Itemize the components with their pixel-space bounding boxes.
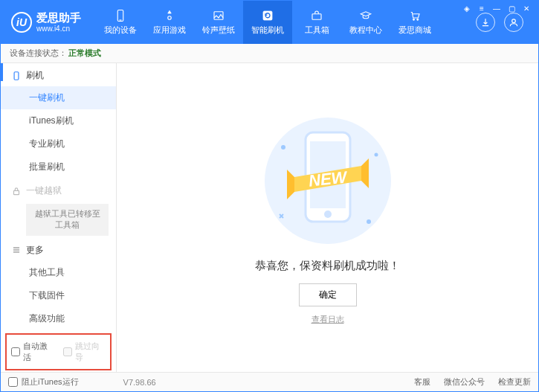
success-message: 恭喜您，保资料刷机成功啦！ — [255, 259, 400, 273]
sidebar-item-batch-flash[interactable]: 批量刷机 — [1, 155, 116, 179]
user-button[interactable] — [504, 13, 523, 32]
sidebar-item-other-tools[interactable]: 其他工具 — [1, 261, 116, 284]
nav-tutorials[interactable]: 教程中心 — [341, 1, 390, 44]
svg-rect-10 — [14, 190, 19, 194]
status-label: 设备连接状态： — [10, 48, 67, 59]
svg-point-6 — [413, 19, 414, 20]
menu-button[interactable]: ≡ — [474, 3, 489, 13]
svg-point-8 — [512, 19, 516, 23]
app-title: 爱思助手 — [36, 12, 81, 25]
svg-rect-0 — [117, 10, 123, 22]
minimize-button[interactable]: — — [489, 3, 504, 13]
nav-ringtones[interactable]: 铃声壁纸 — [194, 1, 243, 44]
toolbox-icon — [310, 9, 323, 22]
graduation-icon — [359, 9, 372, 22]
status-value: 正常模式 — [68, 48, 101, 59]
svg-rect-4 — [263, 11, 272, 20]
success-illustration: NEW — [254, 110, 402, 251]
lock-icon — [11, 186, 22, 196]
logo[interactable]: iU 爱思助手 www.i4.cn — [11, 12, 81, 33]
header-actions — [476, 13, 531, 32]
sidebar-section-flash[interactable]: 刷机 — [1, 63, 116, 86]
nav-apps-games[interactable]: 应用游戏 — [145, 1, 194, 44]
svg-point-21 — [367, 219, 371, 224]
main-content: NEW 恭喜您，保资料刷机成功啦！ 确定 查看日志 — [117, 63, 538, 372]
svg-rect-9 — [14, 71, 19, 80]
skip-wizard-checkbox[interactable]: 跳过向导 — [63, 341, 106, 363]
sidebar-item-pro-flash[interactable]: 专业刷机 — [1, 132, 116, 155]
svg-point-20 — [374, 153, 378, 157]
svg-point-19 — [281, 145, 285, 150]
svg-point-18 — [324, 211, 332, 218]
footer: 阻止iTunes运行 V7.98.66 客服 微信公众号 检查更新 — [1, 372, 538, 391]
cart-icon — [408, 9, 422, 22]
sidebar-item-itunes-flash[interactable]: iTunes刷机 — [1, 109, 116, 132]
view-log-link[interactable]: 查看日志 — [312, 314, 344, 325]
logo-mark-icon: iU — [11, 12, 32, 33]
nav-toolbox[interactable]: 工具箱 — [292, 1, 341, 44]
footer-link-wechat[interactable]: 微信公众号 — [444, 376, 485, 388]
sidebar-section-jailbreak: 一键越狱 — [1, 179, 116, 202]
sidebar-item-download-firmware[interactable]: 下载固件 — [1, 284, 116, 307]
auto-activate-checkbox[interactable]: 自动激活 — [11, 341, 54, 363]
nav-my-device[interactable]: 我的设备 — [96, 1, 145, 44]
version-label: V7.98.66 — [123, 378, 156, 387]
apps-icon — [163, 9, 176, 22]
maximize-button[interactable]: ▢ — [504, 3, 519, 13]
svg-point-2 — [168, 16, 172, 20]
top-nav: 我的设备 应用游戏 铃声壁纸 智能刷机 工具箱 教程中心 — [96, 1, 439, 44]
status-bar: 设备连接状态： 正常模式 — [1, 44, 538, 63]
window-controls: ◈ ≡ — ▢ ✕ — [459, 3, 534, 13]
phone-icon — [11, 71, 22, 81]
pin-button[interactable]: ◈ — [459, 3, 474, 13]
sidebar: 刷机 一键刷机 iTunes刷机 专业刷机 批量刷机 一键越狱 越狱工具已转移至… — [1, 63, 117, 372]
ok-button[interactable]: 确定 — [299, 283, 357, 306]
block-itunes-checkbox[interactable]: 阻止iTunes运行 — [8, 376, 79, 388]
svg-rect-5 — [312, 14, 321, 20]
nav-smart-flash[interactable]: 智能刷机 — [243, 1, 292, 44]
sidebar-section-more[interactable]: 更多 — [1, 238, 116, 261]
sidebar-jailbreak-notice: 越狱工具已转移至 工具箱 — [26, 204, 109, 236]
image-icon — [212, 9, 225, 22]
flash-options-highlight: 自动激活 跳过向导 — [5, 333, 112, 370]
sidebar-item-oneclick-flash[interactable]: 一键刷机 — [1, 86, 116, 109]
refresh-icon — [261, 9, 274, 22]
app-url: www.i4.cn — [36, 25, 81, 33]
footer-link-update[interactable]: 检查更新 — [498, 376, 531, 388]
svg-point-7 — [417, 19, 419, 20]
header: ◈ ≡ — ▢ ✕ iU 爱思助手 www.i4.cn 我的设备 应用游戏 — [1, 1, 538, 44]
phone-icon — [114, 9, 127, 22]
sidebar-item-advanced[interactable]: 高级功能 — [1, 307, 116, 330]
download-button[interactable] — [476, 13, 495, 32]
list-icon — [11, 245, 22, 255]
footer-link-support[interactable]: 客服 — [414, 376, 430, 388]
close-button[interactable]: ✕ — [519, 3, 534, 13]
nav-store[interactable]: 爱思商城 — [390, 1, 439, 44]
